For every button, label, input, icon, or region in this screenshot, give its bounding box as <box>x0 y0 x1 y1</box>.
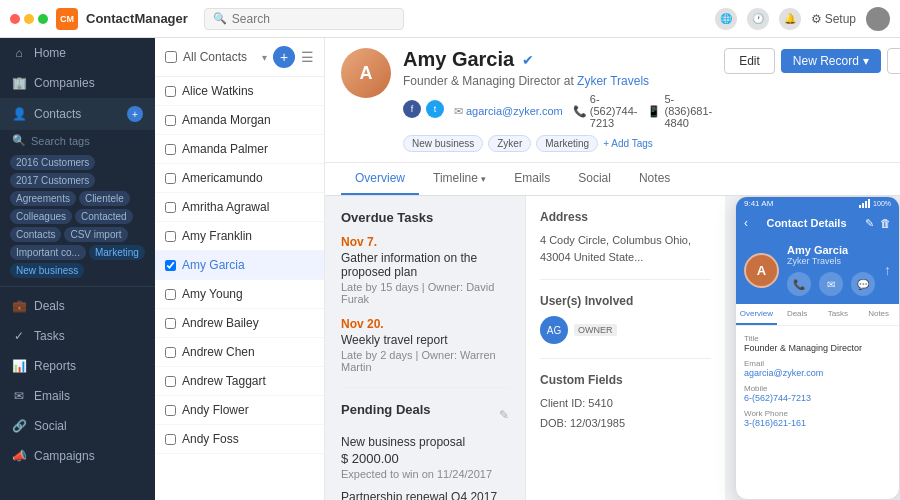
contact-item[interactable]: Amy Garcia <box>155 251 324 280</box>
tag-clientele[interactable]: Clientele <box>79 191 130 206</box>
user-avatar-top[interactable] <box>866 7 890 31</box>
sidebar-item-social[interactable]: 🔗 Social <box>0 411 155 441</box>
search-tags-label[interactable]: 🔍 Search tags <box>0 130 155 151</box>
contact-item[interactable]: Amanda Palmer <box>155 135 324 164</box>
phone-message-icon[interactable]: 💬 <box>851 272 875 296</box>
add-contact-list-button[interactable]: + <box>273 46 295 68</box>
tab-overview[interactable]: Overview <box>341 163 419 195</box>
tag-marketing[interactable]: Marketing <box>89 245 145 260</box>
tag-contacts[interactable]: Contacts <box>10 227 61 242</box>
tag-2017[interactable]: 2017 Customers <box>10 173 95 188</box>
email-icon: ✉ <box>454 105 463 118</box>
sidebar-item-contacts[interactable]: 👤 Contacts + <box>0 98 155 130</box>
dropdown-arrow-icon[interactable]: ▾ <box>262 52 267 63</box>
sidebar-item-home[interactable]: ⌂ Home <box>0 38 155 68</box>
tag-important[interactable]: Important co... <box>10 245 86 260</box>
contact-checkbox[interactable] <box>165 318 176 329</box>
tag-newbusiness[interactable]: New business <box>10 263 84 278</box>
contact-checkbox[interactable] <box>165 347 176 358</box>
contact-item[interactable]: Amritha Agrawal <box>155 193 324 222</box>
contact-checkbox[interactable] <box>165 376 176 387</box>
contact-item[interactable]: Andrew Chen <box>155 338 324 367</box>
contact-tags: New business Zyker Marketing + Add Tags <box>403 135 712 152</box>
tag-agreements[interactable]: Agreements <box>10 191 76 206</box>
contact-item[interactable]: Andrew Taggart <box>155 367 324 396</box>
phone-share-icon[interactable]: ↑ <box>884 262 891 278</box>
phone-delete-icon[interactable]: 🗑 <box>880 217 891 230</box>
phone-back-icon[interactable]: ‹ <box>744 216 748 230</box>
contact-item[interactable]: Andrew Bailey <box>155 309 324 338</box>
contact-checkbox[interactable] <box>165 231 176 242</box>
contact-checkbox[interactable] <box>165 144 176 155</box>
sidebar-item-companies[interactable]: 🏢 Companies <box>0 68 155 98</box>
sidebar: ⌂ Home 🏢 Companies 👤 Contacts + 🔍 Search… <box>0 38 155 500</box>
add-contact-button[interactable]: + <box>127 106 143 122</box>
contact-item[interactable]: Amy Young <box>155 280 324 309</box>
contact-checkbox[interactable] <box>165 405 176 416</box>
sidebar-item-emails[interactable]: ✉ Emails <box>0 381 155 411</box>
phone2-detail: 📱 5-(836)681-4840 <box>647 93 712 129</box>
contact-item[interactable]: Amy Franklin <box>155 222 324 251</box>
phone-tab-notes[interactable]: Notes <box>858 304 899 325</box>
phone-tab-tasks[interactable]: Tasks <box>818 304 859 325</box>
edit-button[interactable]: Edit <box>724 48 775 74</box>
contact-checkbox[interactable] <box>165 260 176 271</box>
contact-checkbox[interactable] <box>165 202 176 213</box>
tag-colleagues[interactable]: Colleagues <box>10 209 72 224</box>
tab-notes[interactable]: Notes <box>625 163 684 195</box>
search-input[interactable] <box>232 12 395 26</box>
globe-icon[interactable]: 🌐 <box>715 8 737 30</box>
close-dot[interactable] <box>10 14 20 24</box>
contact-details: ✉ agarcia@zyker.com 📞 6-(562)744-7213 📱 … <box>454 93 712 129</box>
tag-newbusiness-contact[interactable]: New business <box>403 135 483 152</box>
contact-name-label: Amy Garcia <box>182 258 245 272</box>
twitter-icon[interactable]: t <box>426 100 444 118</box>
tag-contacted[interactable]: Contacted <box>75 209 133 224</box>
company-link[interactable]: Zyker Travels <box>577 74 649 88</box>
phone-tab-deals[interactable]: Deals <box>777 304 818 325</box>
search-bar[interactable]: 🔍 <box>204 8 404 30</box>
tag-marketing-contact[interactable]: Marketing <box>536 135 598 152</box>
contact-name-label: Amy Franklin <box>182 229 252 243</box>
contact-checkbox[interactable] <box>165 86 176 97</box>
sidebar-item-campaigns[interactable]: 📣 Campaigns <box>0 441 155 471</box>
contact-item[interactable]: Andy Flower <box>155 396 324 425</box>
facebook-icon[interactable]: f <box>403 100 421 118</box>
contact-item[interactable]: Andy Foss <box>155 425 324 454</box>
side-divider-2 <box>540 358 711 359</box>
phone-email-icon[interactable]: ✉ <box>819 272 843 296</box>
tag-csv[interactable]: CSV import <box>64 227 127 242</box>
contact-item[interactable]: Alice Watkins <box>155 77 324 106</box>
sidebar-item-deals[interactable]: 💼 Deals <box>0 291 155 321</box>
more-button[interactable]: More ▾ <box>887 48 900 74</box>
contact-checkbox[interactable] <box>165 289 176 300</box>
phone-call-icon[interactable]: 📞 <box>787 272 811 296</box>
maximize-dot[interactable] <box>38 14 48 24</box>
minimize-dot[interactable] <box>24 14 34 24</box>
phone-edit-icon[interactable]: ✎ <box>865 217 874 230</box>
tag-2016[interactable]: 2016 Customers <box>10 155 95 170</box>
contact-item[interactable]: Amanda Morgan <box>155 106 324 135</box>
contact-item[interactable]: Americamundo <box>155 164 324 193</box>
owner-badge: OWNER <box>574 324 617 336</box>
tab-emails[interactable]: Emails <box>500 163 564 195</box>
contact-checkbox[interactable] <box>165 173 176 184</box>
select-all-checkbox[interactable] <box>165 51 177 63</box>
contact-checkbox[interactable] <box>165 115 176 126</box>
bell-icon[interactable]: 🔔 <box>779 8 801 30</box>
add-tags-button[interactable]: + Add Tags <box>603 138 653 149</box>
contact-name-label: Andrew Bailey <box>182 316 259 330</box>
sidebar-item-tasks[interactable]: ✓ Tasks <box>0 321 155 351</box>
sidebar-item-reports[interactable]: 📊 Reports <box>0 351 155 381</box>
contact-checkbox[interactable] <box>165 434 176 445</box>
tab-timeline[interactable]: Timeline ▾ <box>419 163 500 195</box>
new-record-button[interactable]: New Record ▾ <box>781 49 881 73</box>
phone-mockup: 9:41 AM 100% ‹ C <box>735 196 900 500</box>
deals-edit-icon[interactable]: ✎ <box>499 408 509 422</box>
setup-button[interactable]: ⚙ Setup <box>811 12 856 26</box>
tab-social[interactable]: Social <box>564 163 625 195</box>
list-view-icon[interactable]: ☰ <box>301 49 314 65</box>
clock-icon[interactable]: 🕐 <box>747 8 769 30</box>
phone-tab-overview[interactable]: Overview <box>736 304 777 325</box>
tag-zyker-contact[interactable]: Zyker <box>488 135 531 152</box>
